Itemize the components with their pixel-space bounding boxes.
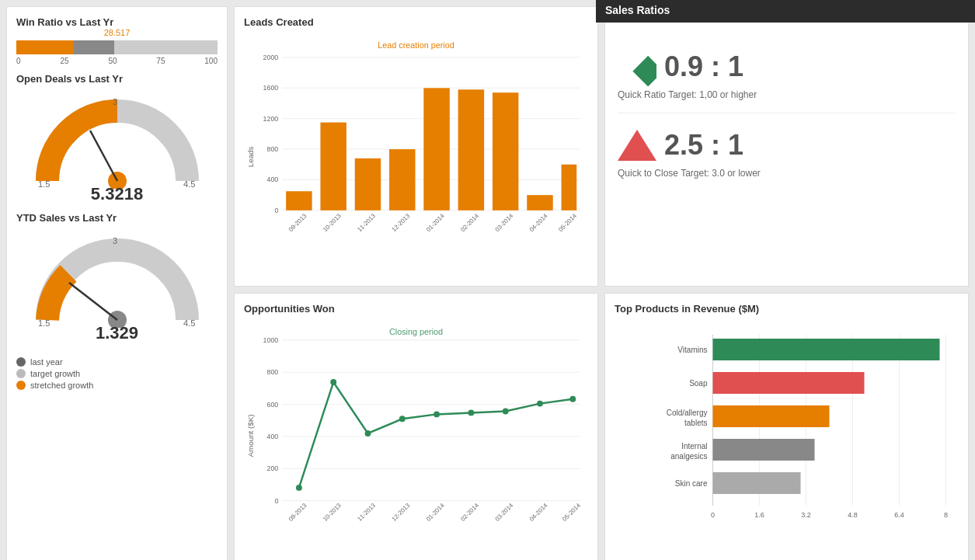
win-ratio-axis: 0 25 50 75 100 bbox=[16, 57, 218, 65]
svg-rect-34 bbox=[355, 158, 381, 210]
svg-text:8: 8 bbox=[944, 511, 948, 519]
open-deals-section: Open Deals vs Last Yr 1.5 3 4.5 bbox=[16, 73, 218, 204]
svg-text:03-2014: 03-2014 bbox=[494, 502, 515, 523]
quick-ratio-desc: Quick Ratio Target: 1,00 or higher bbox=[618, 89, 956, 100]
legend-dot-stretched-growth bbox=[16, 381, 26, 390]
svg-rect-104 bbox=[713, 472, 801, 494]
quick-ratio-item: 0.9 : 1 Quick Ratio Target: 1,00 or high… bbox=[618, 47, 956, 100]
svg-text:Closing period: Closing period bbox=[389, 327, 443, 336]
svg-rect-36 bbox=[389, 149, 415, 210]
svg-text:600: 600 bbox=[267, 401, 279, 409]
svg-text:01-2014: 01-2014 bbox=[425, 212, 446, 233]
svg-text:04-2014: 04-2014 bbox=[528, 212, 549, 233]
quick-ratio-value: 0.9 : 1 bbox=[664, 50, 743, 83]
svg-text:09-2013: 09-2013 bbox=[287, 212, 308, 233]
open-deals-gauge-svg: 1.5 3 4.5 0 6 bbox=[32, 88, 203, 189]
svg-rect-98 bbox=[713, 405, 830, 427]
svg-text:6.4: 6.4 bbox=[894, 511, 904, 519]
svg-point-68 bbox=[434, 411, 440, 417]
svg-text:Leads: Leads bbox=[246, 146, 255, 167]
svg-text:Internal: Internal bbox=[681, 442, 707, 450]
svg-rect-44 bbox=[527, 195, 552, 210]
ytd-sales-title: YTD Sales vs Last Yr bbox=[16, 212, 218, 224]
svg-point-65 bbox=[330, 379, 336, 385]
win-ratio-bar bbox=[16, 40, 218, 54]
win-ratio-orange-bar bbox=[16, 40, 74, 54]
svg-rect-42 bbox=[493, 92, 518, 210]
svg-rect-101 bbox=[713, 439, 815, 461]
legend-label-target-growth: target growth bbox=[30, 369, 80, 378]
legend-label-stretched-growth: stretched growth bbox=[30, 381, 93, 390]
svg-rect-96 bbox=[713, 372, 865, 394]
svg-rect-94 bbox=[713, 339, 940, 360]
quick-close-main: 2.5 : 1 bbox=[618, 126, 956, 165]
svg-text:01-2014: 01-2014 bbox=[425, 502, 446, 523]
legend-item-stretched-growth: stretched growth bbox=[16, 381, 218, 390]
svg-text:1.5: 1.5 bbox=[38, 318, 50, 328]
svg-text:04-2014: 04-2014 bbox=[528, 502, 549, 523]
top-products-panel: Top Products in Revenue ($M) 0 1.6 3.2 4… bbox=[604, 293, 969, 560]
opportunities-won-chart: Closing period Amount ($K) 1000 800 600 … bbox=[244, 319, 588, 548]
svg-text:3.2: 3.2 bbox=[801, 511, 811, 519]
leads-created-chart: Lead creation period Leads 2000 1600 120… bbox=[244, 33, 588, 273]
open-deals-title: Open Deals vs Last Yr bbox=[16, 73, 218, 85]
svg-point-66 bbox=[365, 430, 371, 437]
svg-text:09-2013: 09-2013 bbox=[287, 502, 308, 523]
svg-text:Skin care: Skin care bbox=[675, 479, 708, 488]
svg-text:0: 0 bbox=[274, 207, 278, 214]
sales-ratios-title: Sales Ratios bbox=[596, 0, 975, 23]
svg-text:3: 3 bbox=[113, 236, 117, 245]
svg-text:12-2013: 12-2013 bbox=[391, 502, 412, 523]
svg-text:analgesics: analgesics bbox=[670, 452, 707, 461]
svg-text:03-2014: 03-2014 bbox=[494, 212, 515, 233]
svg-text:05-2014: 05-2014 bbox=[557, 212, 578, 233]
svg-text:400: 400 bbox=[267, 176, 279, 183]
svg-text:1.5: 1.5 bbox=[38, 179, 50, 189]
svg-text:4.8: 4.8 bbox=[848, 511, 858, 519]
sales-ratios-panel: Sales Ratios 0.9 : 1 Quick Ratio Target:… bbox=[604, 6, 969, 287]
svg-text:1000: 1000 bbox=[263, 336, 279, 344]
win-ratio-title: Win Ratio vs Last Yr bbox=[16, 16, 218, 28]
left-column: Win Ratio vs Last Yr 28.517 0 25 50 75 1… bbox=[6, 6, 228, 560]
svg-text:1.6: 1.6 bbox=[754, 511, 764, 519]
svg-text:3: 3 bbox=[113, 97, 117, 106]
svg-text:2000: 2000 bbox=[263, 54, 279, 61]
svg-rect-40 bbox=[458, 89, 484, 210]
svg-text:10-2013: 10-2013 bbox=[322, 212, 343, 233]
svg-point-64 bbox=[296, 485, 302, 491]
svg-text:0: 0 bbox=[711, 511, 715, 519]
ytd-sales-section: YTD Sales vs Last Yr 1.5 3 4.5 bbox=[16, 212, 218, 343]
svg-text:Vitamins: Vitamins bbox=[677, 346, 707, 354]
svg-text:Cold/allergy: Cold/allergy bbox=[667, 409, 708, 417]
ytd-sales-gauge-svg: 1.5 3 4.5 0 6 bbox=[32, 227, 203, 328]
svg-text:800: 800 bbox=[267, 368, 279, 376]
top-products-title: Top Products in Revenue ($M) bbox=[615, 303, 959, 315]
svg-text:02-2014: 02-2014 bbox=[459, 212, 480, 233]
svg-text:Amount ($K): Amount ($K) bbox=[246, 414, 255, 457]
svg-point-67 bbox=[399, 416, 406, 422]
svg-text:11-2013: 11-2013 bbox=[356, 502, 377, 523]
top-products-chart: 0 1.6 3.2 4.8 6.4 8 Vitamins Soap Cold/a… bbox=[615, 319, 959, 548]
dashboard: Win Ratio vs Last Yr 28.517 0 25 50 75 1… bbox=[0, 0, 975, 560]
legend-dot-last-year bbox=[16, 357, 26, 367]
svg-rect-30 bbox=[286, 191, 312, 210]
svg-rect-48 bbox=[632, 56, 656, 86]
svg-marker-49 bbox=[618, 130, 656, 161]
legend: last year target growth stretched growth bbox=[16, 357, 218, 392]
quick-ratio-main: 0.9 : 1 bbox=[618, 47, 956, 86]
svg-point-70 bbox=[503, 409, 509, 415]
triangle-icon bbox=[618, 126, 656, 165]
opportunities-won-title: Opportunities Won bbox=[244, 303, 588, 315]
svg-text:1600: 1600 bbox=[263, 84, 279, 92]
legend-label-last-year: last year bbox=[30, 357, 63, 367]
svg-text:200: 200 bbox=[267, 464, 279, 472]
svg-text:12-2013: 12-2013 bbox=[391, 212, 412, 233]
svg-point-71 bbox=[537, 401, 543, 407]
svg-text:02-2014: 02-2014 bbox=[459, 502, 480, 523]
legend-item-last-year: last year bbox=[16, 357, 218, 367]
svg-rect-38 bbox=[423, 88, 449, 210]
svg-text:1200: 1200 bbox=[263, 115, 279, 123]
svg-text:4.5: 4.5 bbox=[183, 318, 195, 328]
svg-rect-46 bbox=[562, 165, 577, 210]
svg-point-69 bbox=[468, 409, 474, 416]
